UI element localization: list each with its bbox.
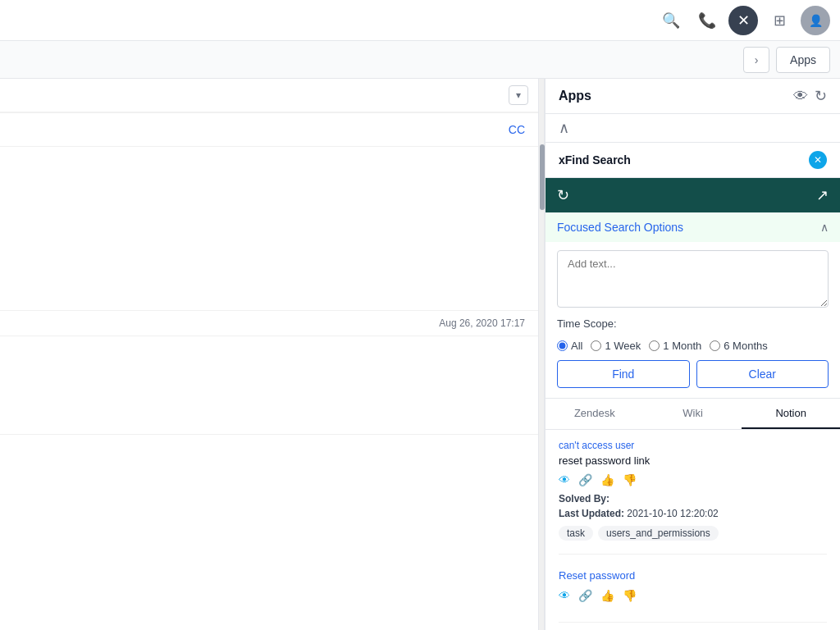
tab-wiki[interactable]: Wiki	[644, 399, 742, 429]
close-icon: ✕	[737, 11, 750, 30]
eye-icon[interactable]: 👁	[559, 473, 570, 486]
result-2-title-link[interactable]: Reset password	[559, 569, 635, 582]
result-1-solved-by: Solved By:	[559, 493, 827, 504]
result-1-tag: can't access user	[559, 440, 827, 451]
xfind-widget: xFind Search ✕ ↻ ↗ Focused Search Option…	[546, 143, 840, 630]
result-1-last-updated: Last Updated: 2021-10-10 12:20:02	[559, 508, 827, 519]
result-1-icons-row: 👁 🔗 👍 👎	[559, 473, 827, 486]
content-block-1	[0, 147, 538, 311]
content-block-2	[0, 336, 538, 435]
results-area: can't access user reset password link 👁 …	[546, 430, 840, 630]
thumbs-up-icon[interactable]: 👍	[600, 473, 614, 486]
right-panel-header: Apps 👁 ↻	[546, 79, 840, 114]
thumbs-down-icon[interactable]: 👎	[623, 589, 637, 602]
eye-icon: 👁	[793, 88, 808, 104]
focused-search-label: Focused Search Options	[557, 221, 683, 234]
tag-users-permissions: users_and_permissions	[598, 526, 719, 541]
radio-6months-input[interactable]	[710, 340, 720, 351]
main-layout: ▾ CC Aug 26, 2020 17:17 Apps 👁 ↻	[0, 79, 840, 630]
secondary-nav: › Apps	[0, 41, 840, 79]
link-icon[interactable]: 🔗	[578, 589, 592, 602]
xfind-title: xFind Search	[559, 153, 631, 167]
close-icon: ✕	[814, 154, 822, 166]
expand-button[interactable]: ›	[743, 47, 769, 73]
search-icon: 🔍	[662, 11, 680, 30]
eye-icon-btn[interactable]: 👁	[793, 87, 808, 105]
result-1-title: reset password link	[559, 454, 827, 467]
radio-all[interactable]: All	[557, 340, 582, 352]
result-item-1: can't access user reset password link 👁 …	[559, 440, 827, 555]
tab-notion[interactable]: Notion	[742, 399, 840, 429]
result-item-2: Reset password 👁 🔗 👍 👎	[559, 568, 827, 623]
thumbs-up-icon[interactable]: 👍	[600, 589, 614, 602]
right-panel: Apps 👁 ↻ ∧ xFind Search ✕	[545, 79, 840, 630]
time-scope-row: Time Scope: All 1 Week 1 Month	[557, 317, 829, 352]
cc-link[interactable]: CC	[509, 123, 525, 136]
time-scope-radio-group: All 1 Week 1 Month 6 Months	[557, 340, 768, 352]
grid-icon: ⊞	[774, 11, 786, 30]
refresh-icon: ↻	[557, 187, 569, 203]
scroll-thumb[interactable]	[540, 144, 545, 210]
right-panel-actions: 👁 ↻	[793, 87, 827, 105]
radio-6months[interactable]: 6 Months	[710, 340, 767, 352]
radio-1week-input[interactable]	[591, 340, 601, 351]
tab-zendesk[interactable]: Zendesk	[546, 399, 644, 429]
radio-1week[interactable]: 1 Week	[591, 340, 641, 352]
chevron-up-icon: ∧	[820, 221, 829, 234]
xfind-close-button[interactable]: ✕	[809, 151, 827, 169]
find-button[interactable]: Find	[557, 360, 690, 388]
avatar[interactable]: 👤	[801, 6, 830, 35]
eye-icon[interactable]: 👁	[559, 589, 570, 602]
search-icon-btn[interactable]: 🔍	[656, 6, 686, 35]
time-scope-label: Time Scope:	[557, 317, 617, 330]
search-text-input[interactable]	[557, 250, 829, 308]
xfind-refresh-button[interactable]: ↻	[557, 186, 569, 204]
xfind-toolbar: ↻ ↗	[546, 178, 840, 212]
radio-1month-input[interactable]	[649, 340, 660, 351]
focused-search-header[interactable]: Focused Search Options ∧	[546, 212, 840, 242]
grid-icon-btn[interactable]: ⊞	[765, 6, 794, 35]
thumbs-down-icon[interactable]: 👎	[623, 473, 637, 486]
timestamp-row: Aug 26, 2020 17:17	[0, 311, 538, 336]
cc-row: CC	[0, 113, 538, 147]
scrollbar[interactable]	[538, 79, 545, 630]
close-icon-btn[interactable]: ✕	[728, 6, 758, 35]
tag-task: task	[559, 526, 593, 541]
chevron-right-icon: ›	[755, 53, 759, 66]
panel-header: ▾	[0, 79, 538, 112]
dropdown-trigger[interactable]: ▾	[509, 85, 528, 105]
apps-button[interactable]: Apps	[776, 47, 830, 73]
xfind-header: xFind Search ✕	[546, 143, 840, 178]
focused-search-section: Focused Search Options ∧ Time Scope: All…	[546, 212, 840, 399]
left-panel: ▾ CC Aug 26, 2020 17:17	[0, 79, 538, 630]
right-panel-title: Apps	[559, 89, 591, 103]
external-link-icon: ↗	[816, 187, 829, 203]
result-2-icons-row: 👁 🔗 👍 👎	[559, 589, 827, 602]
focused-search-body: Time Scope: All 1 Week 1 Month	[546, 242, 840, 398]
avatar-icon: 👤	[809, 14, 823, 27]
phone-icon: 📞	[698, 11, 716, 30]
radio-1month[interactable]: 1 Month	[649, 340, 701, 352]
link-icon[interactable]: 🔗	[578, 473, 592, 486]
top-nav: 🔍 📞 ✕ ⊞ 👤	[0, 0, 840, 41]
timestamp: Aug 26, 2020 17:17	[439, 317, 525, 329]
chevron-up-icon: ∧	[559, 120, 569, 136]
clear-button[interactable]: Clear	[696, 360, 829, 388]
collapse-button[interactable]: ∧	[546, 114, 840, 143]
tabs-row: Zendesk Wiki Notion	[546, 399, 840, 430]
chevron-down-icon: ▾	[516, 89, 521, 101]
refresh-icon: ↻	[815, 88, 827, 104]
refresh-icon-btn[interactable]: ↻	[815, 87, 827, 105]
radio-all-input[interactable]	[557, 340, 568, 351]
result-1-tags-row: task users_and_permissions	[559, 526, 827, 541]
xfind-external-button[interactable]: ↗	[816, 186, 829, 204]
action-buttons: Find Clear	[557, 360, 829, 388]
phone-icon-btn[interactable]: 📞	[692, 6, 722, 35]
